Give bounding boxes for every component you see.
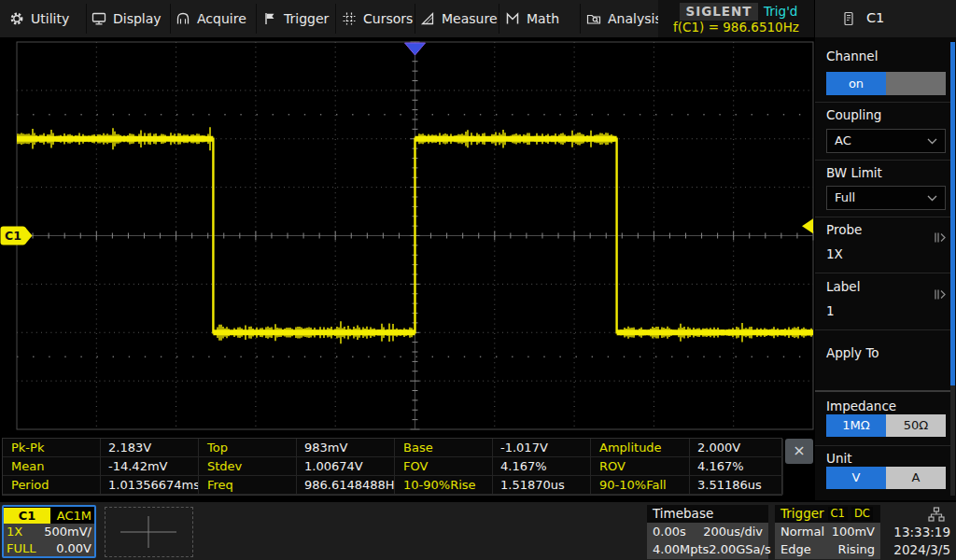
unit-amps-option[interactable]: A [886, 467, 946, 489]
meas-value: 986.6148488Hz [297, 476, 395, 495]
meas-value: 2.183V [101, 439, 199, 457]
gear-icon [9, 11, 24, 26]
channel-probe: 1X [7, 524, 22, 540]
clock-time: 13:33:19 [893, 525, 950, 539]
meas-value: 3.51186us [690, 476, 783, 495]
section-divider [815, 390, 950, 392]
channel-descriptor-c1[interactable]: C1 AC1M 1X500mV/ FULL0.00V [2, 505, 96, 558]
channel-on-option[interactable]: on [826, 72, 886, 95]
unit-volts-option[interactable]: V [826, 467, 886, 489]
bwlimit-dropdown[interactable]: Full [826, 186, 946, 210]
probe-value[interactable]: 1X [826, 246, 843, 261]
timebase-scale: 200us/div [703, 524, 763, 541]
channel-bw: FULL [7, 540, 35, 557]
waveform-display-area[interactable]: C1 [0, 37, 814, 500]
close-measurements-button[interactable]: × [785, 439, 813, 464]
divider [815, 160, 950, 161]
meas-label: Freq [199, 476, 297, 495]
bwlimit-value: Full [835, 190, 855, 204]
menu-item-utility[interactable]: Utility [9, 0, 69, 37]
trigger-status-badge: Trig'd [764, 4, 797, 19]
meas-value: 1.00674V [297, 457, 395, 476]
cursors-grid-icon [342, 11, 357, 26]
impedance-50ohm-option[interactable]: 50Ω [886, 414, 946, 437]
divider [815, 102, 950, 103]
menu-item-analysis[interactable]: Analysis [586, 0, 662, 37]
impedance-section-label: Impedance [826, 399, 896, 413]
meas-label: 90-10%Fall [591, 476, 690, 495]
meas-value: -1.017V [493, 439, 591, 457]
menu-label: Display [113, 11, 162, 26]
menu-separator [256, 4, 257, 34]
meas-value: 1.01356674ms [101, 476, 199, 495]
meas-label: Amplitude [591, 439, 690, 457]
meas-label: ROV [591, 457, 690, 476]
impedance-toggle[interactable]: 1MΩ 50Ω [826, 414, 946, 437]
menu-label: Measure [442, 11, 498, 26]
channel-coupling: AC1M [57, 509, 94, 523]
menu-item-cursors[interactable]: Cursors [342, 0, 413, 37]
waveform-plot: C1 [0, 37, 814, 437]
crosshair-icon [105, 508, 192, 556]
menu-label: Cursors [363, 11, 413, 26]
menu-label: Analysis [608, 11, 662, 26]
channel-settings-panel: Channel on Coupling AC BW Limit Full Pro… [814, 37, 956, 500]
chevron-down-icon [927, 138, 937, 145]
bwlimit-section-label: BW Limit [826, 165, 882, 180]
timebase-title: Timebase [647, 505, 768, 523]
meas-label: Stdev [199, 457, 297, 476]
coupling-dropdown[interactable]: AC [826, 129, 946, 153]
frequency-counter: f(C1) = 986.6510Hz [658, 20, 814, 35]
trigger-slope: Rising [837, 541, 875, 559]
channel-off-option[interactable] [886, 72, 946, 95]
divider [815, 445, 950, 446]
menu-separator [580, 4, 581, 34]
coupling-value: AC [835, 133, 851, 147]
timebase-memory: 4.00Mpts [653, 541, 709, 559]
meas-value: 1.51870us [493, 476, 591, 495]
divider [815, 217, 950, 217]
meas-label: Mean [3, 457, 101, 476]
add-channel-placeholder[interactable] [105, 507, 193, 557]
menu-item-display[interactable]: Display [91, 0, 162, 37]
menu-item-trigger[interactable]: Trigger [262, 0, 329, 37]
timebase-box[interactable]: Timebase 0.00s200us/div 4.00Mpts2.00GSa/… [647, 505, 768, 559]
menu-label: Trigger [284, 11, 329, 26]
sidebar-header: C1 [814, 0, 956, 37]
expand-icon[interactable] [934, 231, 947, 244]
channel-scale: 500mV/ [44, 524, 91, 540]
trigger-type: Edge [780, 541, 811, 559]
trigger-box[interactable]: Trigger C1 DC Normal100mV EdgeRising [775, 505, 880, 559]
menu-bar: Utility Display Acquire Trigger Cursors … [0, 0, 956, 37]
trigger-title: Trigger [780, 505, 824, 523]
unit-toggle[interactable]: V A [826, 467, 946, 489]
channel-on-off-toggle[interactable]: on [826, 72, 946, 95]
impedance-1mohm-option[interactable]: 1MΩ [826, 414, 886, 437]
label-value[interactable]: 1 [826, 303, 835, 318]
meas-value: 983mV [297, 439, 395, 457]
menu-item-math[interactable]: Math [505, 0, 559, 37]
meas-value: 4.167% [690, 457, 783, 476]
meas-label: Period [3, 476, 101, 495]
analysis-icon [586, 11, 601, 26]
menu-item-acquire[interactable]: Acquire [176, 0, 246, 37]
oscilloscope-screen: Utility Display Acquire Trigger Cursors … [0, 0, 956, 560]
menu-label: Math [527, 11, 559, 26]
menu-item-measure[interactable]: Measure [420, 0, 498, 37]
sidebar-title: C1 [866, 10, 884, 25]
clock-date: 2024/3/5 [893, 542, 950, 557]
scrollbar-thumb[interactable] [950, 42, 955, 385]
trigger-coupling-chip: DC [851, 507, 873, 521]
chevron-down-icon [927, 195, 937, 202]
coupling-section-label: Coupling [826, 107, 881, 122]
trigger-mode: Normal [780, 524, 824, 541]
meas-value: 2.000V [690, 439, 783, 457]
apply-to-item[interactable]: Apply To [826, 345, 879, 360]
timebase-samplerate: 2.00GSa/s [709, 541, 770, 559]
acquire-icon [176, 11, 190, 26]
menu-label: Utility [31, 11, 69, 26]
menu-label: Acquire [197, 11, 246, 26]
menu-separator [499, 4, 499, 34]
expand-icon[interactable] [934, 288, 947, 301]
channel-offset: 0.00V [56, 540, 91, 557]
